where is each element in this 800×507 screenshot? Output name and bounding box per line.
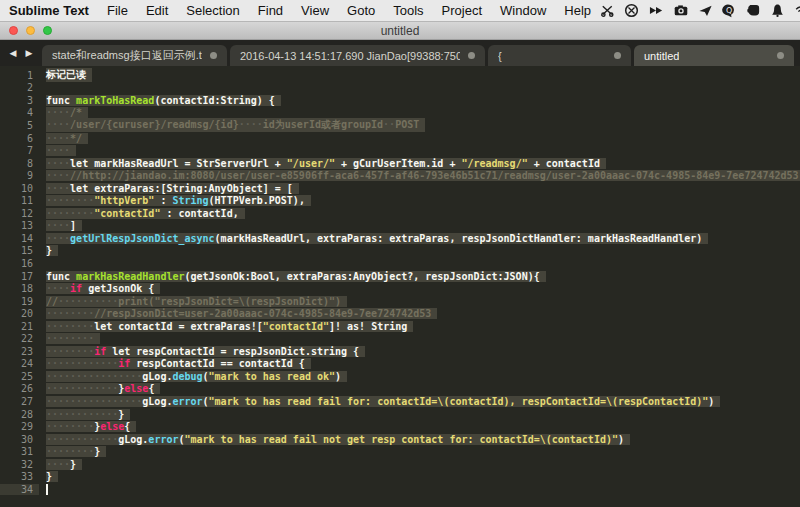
code-line-10[interactable]: ····let extraParas:[String:AnyObject] = … <box>39 183 299 194</box>
code-line-13[interactable]: ····] <box>39 220 82 231</box>
code-line-18[interactable]: ····if getJsonOk { <box>39 283 160 294</box>
evernote-icon[interactable] <box>746 3 761 18</box>
menu-item-file[interactable]: File <box>107 3 128 18</box>
tab-modified-dot-icon[interactable] <box>777 52 784 59</box>
editor-line-1[interactable]: 1标记已读 <box>0 69 800 82</box>
code-line-15[interactable]: } <box>39 245 58 256</box>
editor-line-20[interactable]: 20········//respJsonDict=user-2a00aaac-0… <box>0 307 800 320</box>
tab-back-button[interactable]: ◀ <box>10 48 17 58</box>
editor-line-23[interactable]: 23········if let respContactId = respJso… <box>0 345 800 358</box>
zoom-window-button[interactable] <box>43 26 52 35</box>
editor-line-32[interactable]: 32····} <box>0 458 800 471</box>
editor-line-12[interactable]: 12········"contactId" : contactId, <box>0 207 800 220</box>
code-line-32[interactable]: ····} <box>39 459 82 470</box>
editor-line-4[interactable]: 4····/* <box>0 107 800 120</box>
code-line-23[interactable]: ········if let respContactId = respJsonD… <box>39 346 365 357</box>
code-line-25[interactable]: ················gLog.debug("mark to has … <box>39 371 347 382</box>
qq-penguin-icon[interactable] <box>770 3 785 18</box>
menu-item-tools[interactable]: Tools <box>393 3 423 18</box>
paper-plane-icon[interactable] <box>698 3 713 18</box>
code-line-1[interactable]: 标记已读 <box>39 68 92 82</box>
code-line-21[interactable]: ········let contactId = extraParas!["con… <box>39 321 413 332</box>
code-line-19[interactable]: //··········print("respJsonDict=\(respJs… <box>39 296 347 307</box>
circle-x-icon[interactable] <box>624 3 639 18</box>
code-line-12[interactable]: ········"contactId" : contactId, <box>39 208 245 219</box>
editor-line-15[interactable]: 15} <box>0 245 800 258</box>
menu-item-help[interactable]: Help <box>564 3 591 18</box>
wifi-icon[interactable] <box>794 3 800 18</box>
editor-line-26[interactable]: 26············}else{ <box>0 383 800 396</box>
editor-line-2[interactable]: 2 <box>0 82 800 95</box>
tab-3[interactable]: { <box>488 45 631 66</box>
tab-modified-dot-icon[interactable] <box>614 52 621 59</box>
code-line-3[interactable]: func markToHasRead(contactId:String) { <box>39 95 281 106</box>
code-line-26[interactable]: ············}else{ <box>39 383 160 394</box>
camera-icon[interactable] <box>673 3 689 18</box>
code-line-31[interactable]: ········} <box>39 446 106 457</box>
code-line-34[interactable] <box>39 484 48 496</box>
code-line-17[interactable]: func markHasReadHandler(getJsonOk:Bool, … <box>39 271 546 282</box>
tab-modified-dot-icon[interactable] <box>210 52 217 59</box>
editor-line-10[interactable]: 10····let extraParas:[String:AnyObject] … <box>0 182 800 195</box>
menu-item-view[interactable]: View <box>301 3 329 18</box>
code-line-20[interactable]: ········//respJsonDict=user-2a00aaac-074… <box>39 308 437 319</box>
editor-line-30[interactable]: 30············gLog.error("mark to has re… <box>0 433 800 446</box>
editor-line-5[interactable]: 5····/user/{curuser}/readmsg/{id}····id为… <box>0 119 800 132</box>
code-line-11[interactable]: ········"httpVerb" : String(HTTPVerb.POS… <box>39 195 311 206</box>
editor-line-19[interactable]: 19//··········print("respJsonDict=\(resp… <box>0 295 800 308</box>
editor-line-34[interactable]: 34 <box>0 483 800 496</box>
editor-line-18[interactable]: 18····if getJsonOk { <box>0 282 800 295</box>
editor-line-24[interactable]: 24············if respContactId == contac… <box>0 358 800 371</box>
menu-item-selection[interactable]: Selection <box>186 3 239 18</box>
tab-2[interactable]: 2016-04-13 14:51:17.690 JianDao[99388:75… <box>230 45 485 66</box>
tab-1[interactable]: state和readmsg接口返回示例.txt <box>42 45 227 66</box>
editor-line-27[interactable]: 27················gLog.error("mark to ha… <box>0 395 800 408</box>
menu-item-find[interactable]: Find <box>258 3 283 18</box>
editor-line-33[interactable]: 33} <box>0 471 800 484</box>
chat-bubble-q-icon[interactable]: Q <box>722 3 737 18</box>
code-line-14[interactable]: ····getUrlRespJsonDict_async(markHasRead… <box>39 233 708 244</box>
editor-line-17[interactable]: 17func markHasReadHandler(getJsonOk:Bool… <box>0 270 800 283</box>
editor-line-25[interactable]: 25················gLog.debug("mark to ha… <box>0 370 800 383</box>
code-editor[interactable]: 1标记已读23func markToHasRead(contactId:Stri… <box>0 66 800 507</box>
menu-item-goto[interactable]: Goto <box>347 3 375 18</box>
close-window-button[interactable] <box>9 26 18 35</box>
editor-line-9[interactable]: 9····//http://jiandao.im:8080/user/user-… <box>0 169 800 182</box>
code-line-6[interactable]: ····*/ <box>39 133 88 144</box>
menu-item-sublime-text[interactable]: Sublime Text <box>9 3 89 18</box>
code-line-2[interactable] <box>39 82 52 93</box>
menu-item-window[interactable]: Window <box>500 3 546 18</box>
tab-4[interactable]: untitled <box>634 45 794 66</box>
fast-forward-icon[interactable] <box>648 3 664 18</box>
code-line-8[interactable]: ····let markHasReadUrl = StrServerUrl + … <box>39 158 606 169</box>
editor-line-13[interactable]: 13····] <box>0 220 800 233</box>
editor-line-21[interactable]: 21········let contactId = extraParas!["c… <box>0 320 800 333</box>
tab-modified-dot-icon[interactable] <box>468 52 475 59</box>
editor-line-3[interactable]: 3func markToHasRead(contactId:String) { <box>0 94 800 107</box>
editor-line-11[interactable]: 11········"httpVerb" : String(HTTPVerb.P… <box>0 194 800 207</box>
code-line-24[interactable]: ············if respContactId == contactI… <box>39 358 311 369</box>
editor-line-16[interactable]: 16 <box>0 257 800 270</box>
editor-line-28[interactable]: 28············} <box>0 408 800 421</box>
code-line-33[interactable]: } <box>39 471 58 482</box>
editor-line-6[interactable]: 6····*/ <box>0 132 800 145</box>
tab-forward-button[interactable]: ▶ <box>26 48 33 58</box>
code-line-30[interactable]: ············gLog.error("mark to has read… <box>39 434 630 445</box>
editor-line-31[interactable]: 31········} <box>0 445 800 458</box>
code-line-28[interactable]: ············} <box>39 409 130 420</box>
code-line-4[interactable]: ····/* <box>39 107 88 118</box>
scissors-icon[interactable] <box>600 3 615 18</box>
editor-line-22[interactable]: 22········ <box>0 332 800 345</box>
code-line-5[interactable]: ····/user/{curuser}/readmsg/{id}····id为u… <box>39 118 425 132</box>
code-line-29[interactable]: ········}else{ <box>39 421 136 432</box>
editor-line-14[interactable]: 14····getUrlRespJsonDict_async(markHasRe… <box>0 232 800 245</box>
editor-line-7[interactable]: 7···· <box>0 144 800 157</box>
code-line-9[interactable]: ····//http://jiandao.im:8080/user/user-e… <box>39 170 800 181</box>
minimize-window-button[interactable] <box>26 26 35 35</box>
code-line-7[interactable]: ···· <box>39 145 76 156</box>
code-line-16[interactable] <box>39 258 52 269</box>
menu-item-edit[interactable]: Edit <box>146 3 168 18</box>
code-line-22[interactable]: ········ <box>39 333 100 344</box>
menu-item-project[interactable]: Project <box>442 3 482 18</box>
code-line-27[interactable]: ················gLog.error("mark to has … <box>39 396 720 407</box>
